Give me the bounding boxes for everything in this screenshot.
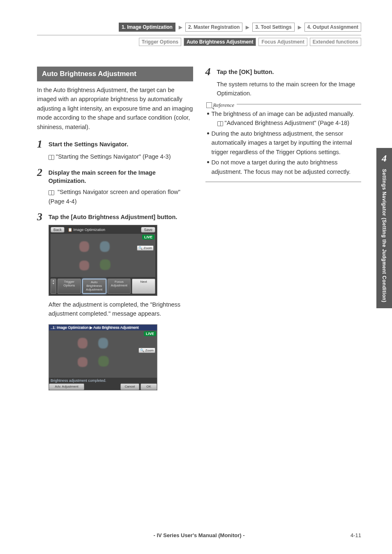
reference-text: During the auto brightness adjustment, t…	[212, 129, 360, 157]
bullet-icon	[207, 132, 209, 134]
step-2-body: "Settings Navigator screen and operation…	[48, 187, 193, 206]
cancel-button[interactable]: Cancel	[120, 383, 139, 390]
step-2: 2 Display the main screen for the Image …	[37, 167, 193, 185]
trigger-options-button[interactable]: Trigger Options	[58, 279, 81, 293]
screenshot-image-optimization: Back 📋 Image Optimization Save LIVE 🔍 Zo…	[48, 225, 157, 295]
step-number: 2	[37, 167, 46, 178]
bullet-icon	[207, 113, 209, 115]
reference-box: Reference The brightness of an image can…	[205, 104, 362, 182]
zoom-button[interactable]: 🔍 Zoom	[137, 245, 154, 251]
step-title: Tap the [OK] button.	[217, 67, 274, 76]
bullet-icon	[207, 161, 209, 163]
book-icon	[48, 190, 54, 195]
reference-text: Do not move a target during the auto bri…	[212, 158, 360, 176]
step-number: 3	[37, 212, 46, 222]
reference-text: The brightness of an image can be adjust…	[212, 109, 354, 118]
reference-item: The brightness of an image can be adjust…	[207, 109, 360, 128]
footer-title: - IV Series User's Manual (Monitor) -	[154, 532, 245, 538]
screenshot-brightness-completed: ..1: Image Optimization ▶ Auto Brightnes…	[48, 324, 157, 391]
nav-master-registration: 2. Master Registration	[185, 23, 242, 32]
page-footer: - IV Series User's Manual (Monitor) - 4-…	[37, 532, 361, 538]
screen-title: 📋 Image Optimization	[66, 228, 139, 232]
page-number: 4-11	[350, 532, 361, 538]
chapter-number: 4	[376, 153, 392, 164]
intro-text: In the Auto Brightness Adjustment, the t…	[37, 85, 193, 132]
nav-output-assignment: 4. Output Assignment	[304, 23, 361, 32]
live-badge: LIVE	[144, 331, 156, 336]
top-nav-breadcrumb: 1. Image Optimization ▶ 2. Master Regist…	[37, 23, 361, 32]
subnav-auto-brightness: Auto Brightness Adjustment	[184, 38, 256, 46]
chapter-title: Settings Navigator (Setting the Judgment…	[381, 169, 387, 302]
book-icon	[48, 155, 54, 160]
screen-title: ..1: Image Optimization ▶ Auto Brightnes…	[49, 325, 157, 330]
zoom-button[interactable]: 🔍 Zoom	[138, 348, 155, 353]
step-ref: "Settings Navigator screen and operation…	[48, 189, 180, 204]
chevron-right-icon: ▶	[246, 25, 249, 30]
auto-brightness-button[interactable]: Auto Brightness Adjustment	[82, 279, 106, 293]
nav-tool-settings: 3. Tool Settings	[252, 23, 294, 32]
step-title: Display the main screen for the Image Op…	[48, 167, 193, 185]
subnav-trigger-options: Trigger Options	[139, 38, 181, 46]
nav-image-optimization: 1. Image Optimization	[119, 23, 175, 32]
step-4: 4 Tap the [OK] button.	[205, 67, 362, 77]
chapter-tab: 4 Settings Navigator (Setting the Judgme…	[376, 148, 392, 308]
back-button[interactable]: Back	[51, 227, 65, 233]
step-number: 1	[37, 139, 46, 150]
chevron-right-icon: ▶	[179, 25, 182, 30]
subnav-focus-adjustment: Focus Adjustment	[258, 38, 307, 46]
step-3: 3 Tap the [Auto Brightness Adjustment] b…	[37, 212, 193, 222]
step-title: Start the Settings Navigator.	[48, 139, 128, 148]
reference-label: Reference	[205, 100, 237, 109]
reference-link: "Advanced Brightness Adjustment" (Page 4…	[225, 120, 350, 126]
save-button[interactable]: Save	[141, 227, 155, 233]
live-badge: LIVE	[142, 235, 154, 240]
next-button[interactable]: Next	[132, 279, 155, 293]
reference-item: During the auto brightness adjustment, t…	[207, 129, 360, 157]
step-title: Tap the [Auto Brightness Adjustment] but…	[48, 212, 177, 221]
step-1-body: "Starting the Settings Navigator" (Page …	[48, 152, 193, 161]
step-number: 4	[205, 67, 214, 77]
status-message: Brightness adjustment completed.	[49, 378, 157, 383]
camera-view: LIVE 🔍 Zoom	[51, 234, 155, 277]
camera-view: LIVE 🔍 Zoom	[49, 330, 157, 378]
chevron-right-icon: ▶	[298, 25, 301, 30]
ok-button[interactable]: OK	[141, 383, 157, 390]
subnav-extended-functions: Extended functions	[310, 38, 361, 46]
book-icon	[217, 121, 223, 126]
focus-adjustment-button[interactable]: Focus Adjustment	[108, 279, 131, 293]
step-1: 1 Start the Settings Navigator.	[37, 139, 193, 150]
section-heading: Auto Brightness Adjustment	[37, 67, 193, 81]
reference-item: Do not move a target during the auto bri…	[207, 158, 360, 176]
sub-nav: Trigger Options Auto Brightness Adjustme…	[37, 35, 361, 46]
adv-adjustment-button[interactable]: Adv. Adjustment	[49, 383, 84, 390]
step-ref: "Starting the Settings Navigator" (Page …	[56, 153, 171, 160]
step-3-after: After the adjustment is completed, the "…	[48, 300, 193, 319]
expand-handle[interactable]: ▲▼	[51, 279, 56, 293]
step-4-body: The system returns to the main screen fo…	[217, 80, 362, 98]
